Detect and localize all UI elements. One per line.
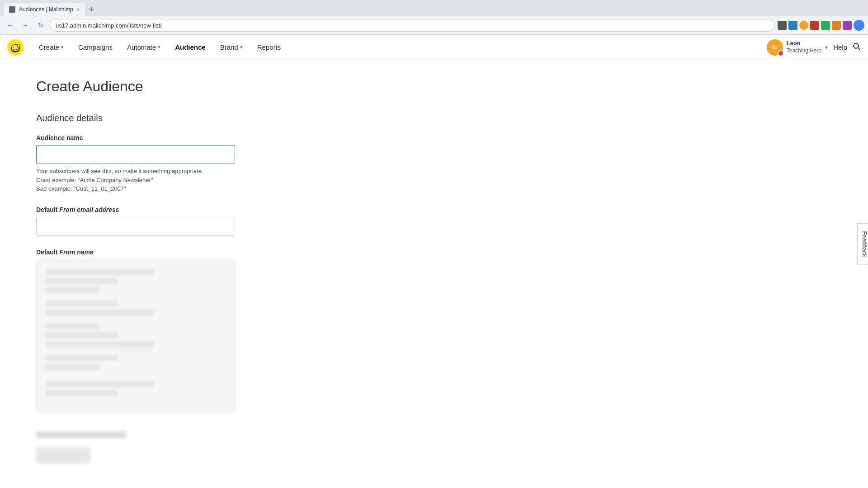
- browser-tab-active[interactable]: Audiences | Mailchimp ×: [4, 3, 85, 16]
- avatar: IL: [767, 39, 783, 56]
- hint-line-3: Bad example: "Cust_11_01_2007": [36, 184, 371, 193]
- from-email-input[interactable]: [36, 217, 235, 236]
- from-email-label-em: From email address: [59, 206, 119, 213]
- from-email-label: Default From email address: [36, 206, 371, 213]
- browser-chrome: Audiences | Mailchimp × + ← → ↻: [0, 0, 868, 35]
- forward-button[interactable]: →: [19, 19, 32, 32]
- profile-button[interactable]: [854, 20, 864, 31]
- user-display-name: Leon: [787, 40, 821, 47]
- automate-chevron: ▾: [158, 44, 160, 50]
- user-name-block: Leon Teaching Hero: [787, 40, 821, 54]
- tab-close-button[interactable]: ×: [77, 7, 80, 12]
- nav-campaigns[interactable]: Campaigns: [72, 40, 119, 55]
- brand-chevron: ▾: [240, 44, 243, 50]
- from-name-blurred-area: [36, 259, 235, 413]
- main-content: Create Audience Audience details Audienc…: [0, 60, 407, 482]
- nav-audience[interactable]: Audience: [169, 40, 212, 55]
- svg-line-9: [858, 47, 860, 50]
- create-chevron: ▾: [61, 44, 64, 50]
- audience-name-label: Audience name: [36, 134, 371, 141]
- from-name-group: Default From name: [36, 249, 371, 413]
- search-icon[interactable]: [853, 42, 861, 52]
- extension-icon-5[interactable]: [821, 21, 830, 30]
- from-name-label: Default From name: [36, 249, 371, 256]
- svg-point-7: [17, 44, 20, 47]
- avatar-badge: [778, 50, 784, 56]
- nav-items: Create ▾ Campaigns Automate ▾ Audience B…: [33, 40, 767, 55]
- audience-name-group: Audience name Your subscribers will see …: [36, 134, 371, 193]
- extension-icon-7[interactable]: [843, 21, 852, 30]
- extension-icon-2[interactable]: [788, 21, 797, 30]
- audience-name-hint: Your subscribers will see this, so make …: [36, 167, 371, 193]
- extension-icon-1[interactable]: [778, 21, 787, 30]
- nav-right: IL Leon Teaching Hero ▾ Help: [767, 39, 861, 56]
- page-title: Create Audience: [36, 78, 371, 95]
- audience-details-heading: Audience details: [36, 113, 371, 123]
- extension-icon-3[interactable]: [799, 21, 808, 30]
- back-button[interactable]: ←: [4, 19, 16, 32]
- app-navigation: Create ▾ Campaigns Automate ▾ Audience B…: [0, 35, 868, 60]
- help-link[interactable]: Help: [833, 43, 847, 51]
- user-menu-chevron: ▾: [825, 44, 828, 51]
- browser-toolbar-icons: [778, 20, 864, 31]
- tab-title: Audiences | Mailchimp: [19, 6, 73, 13]
- from-name-label-em: From name: [59, 249, 93, 256]
- mailchimp-logo[interactable]: [7, 39, 24, 56]
- browser-toolbar: ← → ↻: [0, 16, 868, 34]
- feedback-tab[interactable]: Feedback: [857, 223, 868, 264]
- address-bar[interactable]: [50, 19, 775, 32]
- additional-blurred-section: [36, 431, 371, 464]
- browser-tabs: Audiences | Mailchimp × +: [0, 0, 868, 16]
- nav-create[interactable]: Create ▾: [33, 40, 70, 55]
- nav-automate[interactable]: Automate ▾: [121, 40, 167, 55]
- hint-line-1: Your subscribers will see this, so make …: [36, 167, 371, 176]
- nav-reports[interactable]: Reports: [251, 40, 288, 55]
- audience-name-input[interactable]: [36, 145, 235, 164]
- new-tab-button[interactable]: +: [85, 3, 98, 16]
- extension-icon-4[interactable]: [810, 21, 819, 30]
- user-org-name: Teaching Hero: [787, 47, 821, 55]
- user-menu[interactable]: IL Leon Teaching Hero ▾: [767, 39, 828, 56]
- tab-favicon: [9, 6, 15, 13]
- extension-icon-6[interactable]: [832, 21, 841, 30]
- reload-button[interactable]: ↻: [34, 19, 47, 32]
- nav-brand[interactable]: Brand ▾: [214, 40, 249, 55]
- hint-line-2: Good example: "Acme Company Newsletter": [36, 176, 371, 185]
- svg-point-5: [13, 46, 14, 47]
- from-email-group: Default From email address: [36, 206, 371, 236]
